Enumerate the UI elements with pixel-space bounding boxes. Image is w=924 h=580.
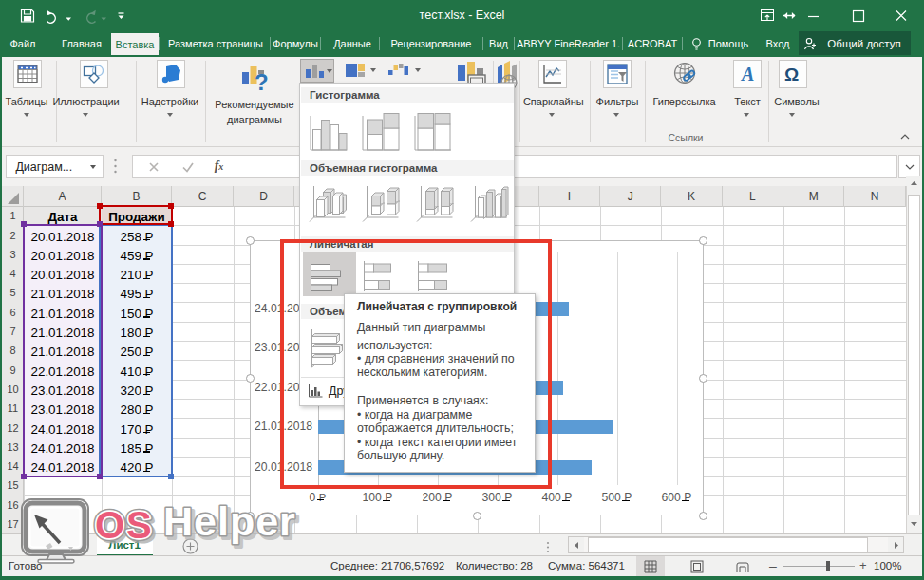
svg-text:Ω: Ω — [784, 65, 799, 84]
svg-text:OS: OS — [95, 504, 154, 546]
svg-text:A: A — [740, 64, 754, 84]
svg-text:?: ? — [255, 69, 269, 95]
svg-text:Helper: Helper — [163, 498, 296, 544]
